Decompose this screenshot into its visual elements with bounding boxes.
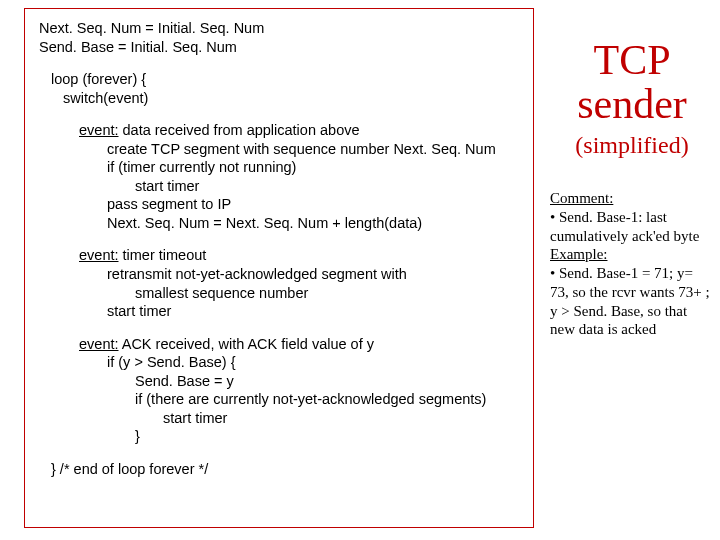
code-line: Next. Seq. Num = Initial. Seq. Num: [39, 19, 519, 38]
slide-subtitle: (simplified): [550, 132, 714, 159]
code-line: event: ACK received, with ACK field valu…: [79, 335, 519, 354]
code-line: retransmit not-yet-acknowledged segment …: [107, 265, 519, 284]
pseudocode-box: Next. Seq. Num = Initial. Seq. Num Send.…: [24, 8, 534, 528]
event-keyword: event:: [79, 122, 119, 138]
code-line: if (y > Send. Base) {: [107, 353, 519, 372]
code-line: switch(event): [63, 89, 519, 108]
code-line: create TCP segment with sequence number …: [107, 140, 519, 159]
code-line: start timer: [135, 177, 519, 196]
code-line: if (there are currently not-yet-acknowle…: [135, 390, 519, 409]
comment-heading: Comment:: [550, 190, 613, 206]
code-line: start timer: [107, 302, 519, 321]
event-text: ACK received, with ACK field value of y: [119, 336, 375, 352]
code-line: pass segment to IP: [107, 195, 519, 214]
code-line: smallest sequence number: [135, 284, 519, 303]
comment-text: • Send. Base-1: last cumulatively ack'ed…: [550, 209, 699, 244]
comment-block: Comment: • Send. Base-1: last cumulative…: [550, 189, 714, 339]
slide-title: TCP sender: [550, 38, 714, 126]
event-keyword: event:: [79, 247, 119, 263]
example-heading: Example:: [550, 246, 607, 262]
code-line: Send. Base = Initial. Seq. Num: [39, 38, 519, 57]
code-line: if (timer currently not running): [107, 158, 519, 177]
right-column: TCP sender (simplified) Comment: • Send.…: [550, 38, 714, 339]
code-line: event: data received from application ab…: [79, 121, 519, 140]
event-keyword: event:: [79, 336, 119, 352]
code-line: start timer: [163, 409, 519, 428]
code-line: loop (forever) {: [51, 70, 519, 89]
code-line: Send. Base = y: [135, 372, 519, 391]
code-line: Next. Seq. Num = Next. Seq. Num + length…: [107, 214, 519, 233]
event-text: data received from application above: [119, 122, 360, 138]
code-line: event: timer timeout: [79, 246, 519, 265]
code-line: } /* end of loop forever */: [51, 460, 519, 479]
event-text: timer timeout: [119, 247, 207, 263]
code-line: }: [135, 427, 519, 446]
example-text: y > Send. Base, so that new data is acke…: [550, 303, 687, 338]
example-text: • Send. Base-1 = 71; y= 73, so the rcvr …: [550, 265, 710, 300]
